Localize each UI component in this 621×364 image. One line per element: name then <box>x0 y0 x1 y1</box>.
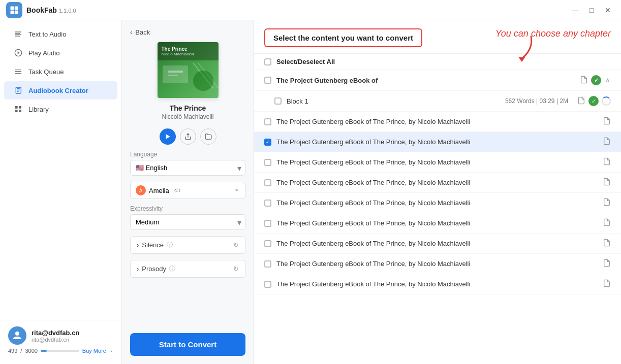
doc-icon <box>580 76 588 85</box>
minimize-button[interactable]: — <box>568 3 582 17</box>
back-button[interactable]: ‹ Back <box>130 28 245 36</box>
prosody-section: › Prosody ⓘ ↻ <box>130 260 245 278</box>
queue-icon <box>14 68 22 76</box>
book-actions <box>130 128 245 145</box>
item-text: The Project Gutenberg eBook of The Princ… <box>276 158 598 166</box>
item-checkbox-block1[interactable] <box>274 97 282 105</box>
library-icon <box>14 105 22 113</box>
user-email: rita@dvdfab.cn <box>32 337 113 343</box>
credits-bar <box>41 350 79 352</box>
silence-refresh-icon[interactable]: ↻ <box>233 241 239 249</box>
sidebar-item-task-queue[interactable]: Task Queue <box>4 62 117 81</box>
sidebar-item-text-to-audio[interactable]: Text to Audio <box>4 25 117 43</box>
language-dropdown[interactable]: 🇺🇸 English 🇫🇷 French 🇩🇪 German <box>130 160 245 176</box>
svg-rect-0 <box>11 6 14 10</box>
table-row: The Project Gutenberg eBook of The Princ… <box>254 234 621 254</box>
item-checkbox-4[interactable] <box>264 179 271 186</box>
center-panel: ‹ Back The Prince Nicolo Machiavelli <box>122 20 254 364</box>
item-checkbox-6[interactable] <box>264 220 271 227</box>
language-section: Language 🇺🇸 English 🇫🇷 French 🇩🇪 German … <box>130 151 245 176</box>
doc-icon <box>577 96 585 106</box>
svg-marker-5 <box>18 51 20 54</box>
sidebar-nav: Text to Audio Play Audio Task Queue Audi… <box>0 24 121 320</box>
item-checkbox-root[interactable] <box>264 77 271 84</box>
maximize-button[interactable]: □ <box>584 3 599 17</box>
play-button[interactable] <box>160 128 176 145</box>
right-panel: Select the content you want to convert Y… <box>254 20 621 364</box>
item-checkbox-7[interactable] <box>264 240 271 247</box>
table-row: The Project Gutenberg eBook of The Princ… <box>254 213 621 234</box>
silence-label: Silence <box>142 241 164 249</box>
share-button[interactable] <box>180 128 196 145</box>
select-all-row: Select/Deselect All <box>254 54 621 70</box>
sidebar-label-text-to-audio: Text to Audio <box>28 30 66 38</box>
item-text: The Project Gutenberg eBook of The Princ… <box>276 240 598 247</box>
silence-section: › Silence ⓘ ↻ <box>130 236 245 254</box>
app-version: 1.1.0.0 <box>59 8 76 14</box>
doc-icon <box>603 279 611 289</box>
language-dropdown-wrapper: 🇺🇸 English 🇫🇷 French 🇩🇪 German ▾ <box>130 160 245 176</box>
book-cover-title: The Prince <box>162 46 214 52</box>
spinner-icon <box>602 96 611 106</box>
voice-section: A Amelia <box>130 182 245 199</box>
item-text: The Project Gutenberg eBook of The Princ… <box>276 179 598 186</box>
book-icon <box>14 86 22 94</box>
table-row: The Project Gutenberg eBook of The Princ… <box>254 173 621 193</box>
svg-rect-9 <box>168 75 178 76</box>
svg-point-12 <box>193 71 213 91</box>
user-credits: 499 / 3000 Buy More → <box>8 348 113 354</box>
folder-button[interactable] <box>200 128 216 145</box>
user-name: rita@dvdfab.cn <box>32 329 113 337</box>
sidebar-item-audiobook-creator[interactable]: Audiobook Creator <box>4 81 117 100</box>
item-checkbox-8[interactable] <box>264 260 271 268</box>
text-icon <box>14 30 22 38</box>
prosody-header[interactable]: › Prosody ⓘ ↻ <box>131 260 245 277</box>
item-checkbox-3[interactable] <box>264 159 271 166</box>
book-info: The Prince Niccolò Machiavelli <box>130 104 245 120</box>
item-checkbox-9[interactable] <box>264 281 271 288</box>
svg-point-6 <box>15 332 19 336</box>
close-button[interactable]: ✕ <box>601 3 615 17</box>
voice-name: Amelia <box>149 187 169 194</box>
sidebar-item-play-audio[interactable]: Play Audio <box>4 44 117 62</box>
doc-icon <box>603 178 611 187</box>
table-row: The Project Gutenberg eBook of The Princ… <box>254 274 621 294</box>
prosody-label: Prosody <box>142 265 166 273</box>
doc-icon <box>603 198 611 208</box>
item-checkbox-2[interactable] <box>264 139 271 146</box>
credits-used: 499 <box>8 348 17 354</box>
collapse-icon[interactable]: ∧ <box>604 76 611 85</box>
book-cover: The Prince Nicolo Machiavelli <box>158 42 219 98</box>
item-checkbox-1[interactable] <box>264 118 271 125</box>
select-all-checkbox[interactable] <box>264 58 271 65</box>
doc-icon <box>603 259 611 269</box>
svg-marker-13 <box>166 134 170 139</box>
expressivity-label: Expressivity <box>130 205 245 212</box>
expressivity-dropdown[interactable]: Medium Low High <box>130 214 245 230</box>
item-text: The Project Gutenberg eBook of The Princ… <box>276 118 598 125</box>
prosody-expand-icon: › <box>137 265 139 273</box>
select-all-label: Select/Deselect All <box>276 58 335 65</box>
app-name: BookFab <box>26 6 57 14</box>
item-checkbox-5[interactable] <box>264 200 271 207</box>
svg-rect-3 <box>15 10 18 14</box>
silence-header[interactable]: › Silence ⓘ ↻ <box>131 237 245 253</box>
prosody-info-icon: ⓘ <box>169 264 175 273</box>
voice-selector[interactable]: A Amelia <box>130 182 245 199</box>
svg-rect-8 <box>168 71 183 73</box>
svg-rect-7 <box>163 65 188 83</box>
back-chevron-icon: ‹ <box>130 28 132 36</box>
sidebar-label-task-queue: Task Queue <box>28 68 64 76</box>
app-body: Text to Audio Play Audio Task Queue Audi… <box>0 20 621 364</box>
buy-more-link[interactable]: Buy More → <box>82 348 113 354</box>
prosody-refresh-icon[interactable]: ↻ <box>233 265 239 273</box>
language-label: Language <box>130 151 245 158</box>
book-author: Niccolò Machiavelli <box>130 113 245 120</box>
start-convert-button[interactable]: Start to Convert <box>130 333 245 356</box>
speaker-icon <box>174 187 180 193</box>
svg-rect-1 <box>15 6 18 10</box>
sidebar-item-library[interactable]: Library <box>4 100 117 118</box>
sidebar-label-audiobook-creator: Audiobook Creator <box>28 87 88 94</box>
content-list: The Project Gutenberg eBook of ✓ ∧ Block… <box>254 70 621 364</box>
chevron-voice-icon <box>234 187 240 193</box>
